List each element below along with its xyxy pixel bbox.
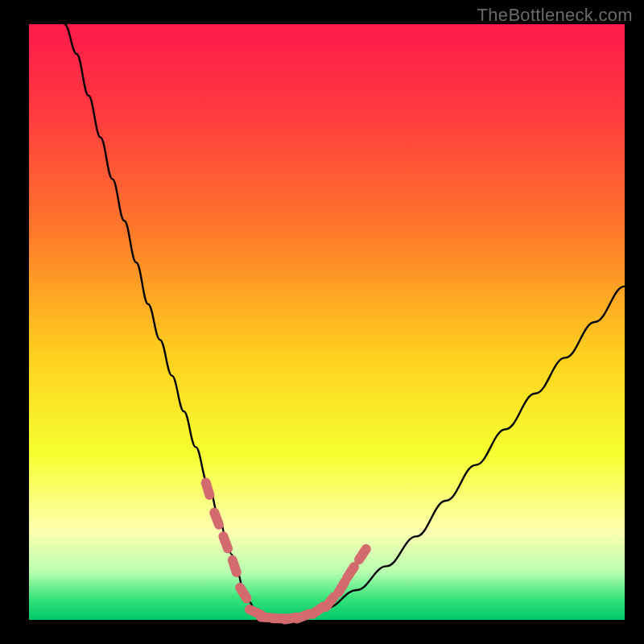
chart-stage: TheBottleneck.com — [0, 0, 644, 644]
watermark-text: TheBottleneck.com — [477, 5, 633, 26]
bottleneck-chart — [0, 0, 644, 644]
gradient-background — [29, 24, 625, 620]
